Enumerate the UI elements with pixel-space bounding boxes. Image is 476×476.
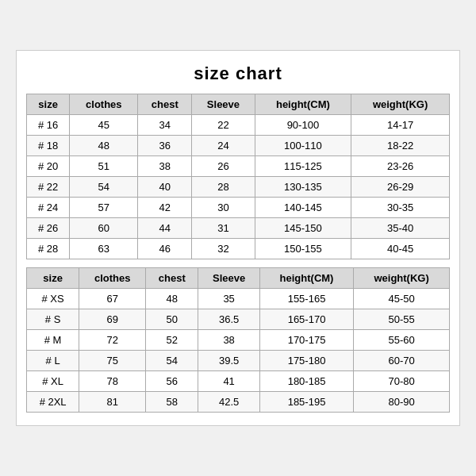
table-row: # 26604431145-15035-40 xyxy=(27,218,450,239)
column-header: size xyxy=(27,94,70,115)
table-cell: 55-60 xyxy=(354,330,450,351)
table-cell: # 16 xyxy=(27,115,70,136)
table-row: # L755439.5175-18060-70 xyxy=(27,351,450,371)
table-cell: 35-40 xyxy=(351,218,450,239)
table-cell: 44 xyxy=(138,218,192,239)
table-cell: 14-17 xyxy=(351,115,450,136)
table-cell: 145-150 xyxy=(255,218,351,239)
table-cell: # 28 xyxy=(27,239,70,259)
table-cell: 50-55 xyxy=(354,309,450,330)
table-cell: 23-26 xyxy=(351,156,450,177)
table-cell: # 22 xyxy=(27,177,70,198)
table-cell: 45-50 xyxy=(354,289,450,309)
table-cell: 60-70 xyxy=(354,351,450,371)
table-cell: 130-135 xyxy=(255,177,351,198)
table-cell: 72 xyxy=(79,330,146,351)
table-cell: 26 xyxy=(192,156,255,177)
table-cell: 180-185 xyxy=(259,371,353,392)
table-row: # M725238170-17555-60 xyxy=(27,330,450,351)
table-cell: 78 xyxy=(79,371,146,392)
table-cell: 22 xyxy=(192,115,255,136)
table2-header: sizeclotheschestSleeveheight(CM)weight(K… xyxy=(27,268,450,289)
table-cell: 41 xyxy=(198,371,259,392)
table-row: # XL785641180-18570-80 xyxy=(27,371,450,392)
table-cell: 36.5 xyxy=(198,309,259,330)
table-cell: # 2XL xyxy=(27,392,79,413)
table-cell: 56 xyxy=(146,371,198,392)
table-cell: 90-100 xyxy=(255,115,351,136)
table-cell: 69 xyxy=(79,309,146,330)
column-header: height(CM) xyxy=(259,268,353,289)
table-cell: # S xyxy=(27,309,79,330)
column-header: chest xyxy=(146,268,198,289)
table-row: # XS674835155-16545-50 xyxy=(27,289,450,309)
table-cell: # M xyxy=(27,330,79,351)
column-header: chest xyxy=(138,94,192,115)
table-cell: 18-22 xyxy=(351,136,450,156)
table-cell: 57 xyxy=(70,198,138,218)
table-cell: 155-165 xyxy=(259,289,353,309)
table-adults: sizeclotheschestSleeveheight(CM)weight(K… xyxy=(26,267,450,413)
table-row: # 24574230140-14530-35 xyxy=(27,198,450,218)
table-cell: # XS xyxy=(27,289,79,309)
table-cell: 70-80 xyxy=(354,371,450,392)
table-row: # 2XL815842.5185-19580-90 xyxy=(27,392,450,413)
table-cell: 54 xyxy=(146,351,198,371)
table-cell: 42 xyxy=(138,198,192,218)
column-header: Sleeve xyxy=(198,268,259,289)
table-cell: 28 xyxy=(192,177,255,198)
table-cell: 100-110 xyxy=(255,136,351,156)
table-cell: 63 xyxy=(70,239,138,259)
table-cell: 24 xyxy=(192,136,255,156)
table-cell: 67 xyxy=(79,289,146,309)
table-cell: # XL xyxy=(27,371,79,392)
table1-body: # 1645342290-10014-17# 18483624100-11018… xyxy=(27,115,450,259)
table-cell: # L xyxy=(27,351,79,371)
table-cell: 58 xyxy=(146,392,198,413)
table-cell: 39.5 xyxy=(198,351,259,371)
table-cell: 31 xyxy=(192,218,255,239)
table-cell: 42.5 xyxy=(198,392,259,413)
table-cell: 75 xyxy=(79,351,146,371)
table2-body: # XS674835155-16545-50# S695036.5165-170… xyxy=(27,289,450,413)
table-cell: 50 xyxy=(146,309,198,330)
table-cell: 36 xyxy=(138,136,192,156)
table-cell: 165-170 xyxy=(259,309,353,330)
column-header: height(CM) xyxy=(255,94,351,115)
table1-header: sizeclotheschestSleeveheight(CM)weight(K… xyxy=(27,94,450,115)
table-row: # S695036.5165-17050-55 xyxy=(27,309,450,330)
table-cell: 51 xyxy=(70,156,138,177)
table-cell: 170-175 xyxy=(259,330,353,351)
table-cell: 80-90 xyxy=(354,392,450,413)
table-cell: 150-155 xyxy=(255,239,351,259)
column-header: weight(KG) xyxy=(351,94,450,115)
column-header: size xyxy=(27,268,79,289)
table-row: # 28634632150-15540-45 xyxy=(27,239,450,259)
table-cell: 60 xyxy=(70,218,138,239)
table-cell: 35 xyxy=(198,289,259,309)
table-cell: 46 xyxy=(138,239,192,259)
table-cell: 175-180 xyxy=(259,351,353,371)
table-row: # 1645342290-10014-17 xyxy=(27,115,450,136)
table-cell: 48 xyxy=(70,136,138,156)
table-cell: 30 xyxy=(192,198,255,218)
chart-title: size chart xyxy=(26,63,450,84)
table-cell: 30-35 xyxy=(351,198,450,218)
size-chart-card: size chart sizeclotheschestSleeveheight(… xyxy=(16,50,460,426)
column-header: clothes xyxy=(79,268,146,289)
table-cell: 32 xyxy=(192,239,255,259)
table-row: # 20513826115-12523-26 xyxy=(27,156,450,177)
table-cell: 40 xyxy=(138,177,192,198)
table-cell: # 18 xyxy=(27,136,70,156)
table-cell: # 26 xyxy=(27,218,70,239)
column-header: Sleeve xyxy=(192,94,255,115)
table-cell: 40-45 xyxy=(351,239,450,259)
table-cell: 48 xyxy=(146,289,198,309)
table-cell: 115-125 xyxy=(255,156,351,177)
table-row: # 18483624100-11018-22 xyxy=(27,136,450,156)
table-cell: 45 xyxy=(70,115,138,136)
table-cell: 38 xyxy=(138,156,192,177)
table-cell: 26-29 xyxy=(351,177,450,198)
table-cell: 52 xyxy=(146,330,198,351)
table-cell: 185-195 xyxy=(259,392,353,413)
